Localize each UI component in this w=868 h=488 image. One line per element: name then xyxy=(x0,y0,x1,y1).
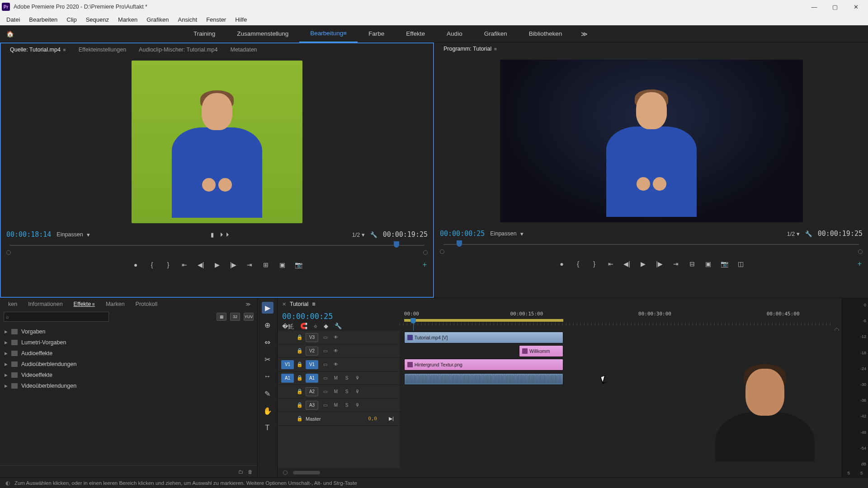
tool-7[interactable]: T xyxy=(262,422,274,434)
play-icon[interactable]: ▶ xyxy=(213,261,221,268)
export-frame-icon[interactable]: 📷 xyxy=(721,260,729,267)
workspace-farbe[interactable]: Farbe xyxy=(358,25,395,42)
tool-2[interactable]: ⇔ xyxy=(262,336,274,348)
clip[interactable]: Hintergrund Textur.png xyxy=(404,359,563,371)
workspace-grafiken[interactable]: Grafiken xyxy=(473,25,518,42)
clip[interactable]: Tutorial.mp4 [V] xyxy=(404,332,563,343)
workspace-audio[interactable]: Audio xyxy=(436,25,473,42)
track-header-V2[interactable]: 🔒V2▭👁 xyxy=(278,344,400,358)
menu-grafiken[interactable]: Grafiken xyxy=(142,15,173,24)
tl-toggle-3[interactable]: ◆ xyxy=(324,323,328,331)
source-settings-icon[interactable]: 🔧 xyxy=(370,231,377,238)
source-overlay-icon[interactable]: ⏵⏵ xyxy=(219,231,231,238)
menu-fenster[interactable]: Fenster xyxy=(202,15,231,24)
mark-in-icon[interactable]: { xyxy=(574,260,582,267)
tool-5[interactable]: ✎ xyxy=(262,388,274,399)
source-marker-icon[interactable]: ▮ xyxy=(211,231,214,238)
add-marker-icon[interactable]: ● xyxy=(558,260,566,267)
program-settings-icon[interactable]: 🔧 xyxy=(805,230,812,237)
menu-datei[interactable]: Datei xyxy=(2,15,24,24)
home-icon[interactable]: 🏠 xyxy=(0,25,20,42)
step-fwd-icon[interactable]: |▶ xyxy=(656,260,664,267)
track-header-A1[interactable]: A1🔒A1▭MS🎙 xyxy=(278,371,400,385)
mark-out-icon[interactable]: } xyxy=(590,260,599,267)
minimize-button[interactable]: — xyxy=(804,0,825,14)
tl-toggle-4[interactable]: 🔧 xyxy=(335,323,342,331)
tl-toggle-0[interactable]: �魠 xyxy=(282,323,294,331)
close-button[interactable]: ✕ xyxy=(845,0,866,14)
workspace-zusammenstellung[interactable]: Zusammenstellung xyxy=(226,25,299,42)
track-header-V1[interactable]: V1🔒V1▭👁 xyxy=(278,358,400,371)
menu-marken[interactable]: Marken xyxy=(113,15,142,24)
button-editor-icon[interactable]: + xyxy=(858,260,862,268)
tl-toggle-1[interactable]: 🧲 xyxy=(300,323,307,331)
menu-bearbeiten[interactable]: Bearbeiten xyxy=(24,15,62,24)
fx-folder-audioüberblendungen[interactable]: ▶Audioüberblendungen xyxy=(5,359,253,370)
track-header-A2[interactable]: 🔒A2▭MS🎙 xyxy=(278,385,400,399)
add-marker-icon[interactable]: ● xyxy=(132,261,140,268)
go-in-icon[interactable]: ⇤ xyxy=(607,260,615,267)
fx-folder-lumetri-vorgaben[interactable]: ▶Lumetri-Vorgaben xyxy=(5,337,253,348)
program-tab[interactable]: Programm: Tutorial≡ xyxy=(437,42,503,55)
button-editor-icon[interactable]: + xyxy=(423,261,427,269)
timeline-ruler[interactable]: 00:0000:00:15:0000:00:30:0000:00:45:00 xyxy=(400,310,842,331)
clip[interactable] xyxy=(404,373,563,385)
workspace-bearbeitung[interactable]: Bearbeitung ≡ xyxy=(299,25,358,42)
go-out-icon[interactable]: ⇥ xyxy=(672,260,680,267)
tl-zoom-left[interactable] xyxy=(283,470,288,475)
go-out-icon[interactable]: ⇥ xyxy=(245,261,254,268)
menu-hilfe[interactable]: Hilfe xyxy=(231,15,251,24)
close-seq-icon[interactable]: ✕ xyxy=(282,301,286,307)
insert-icon[interactable]: ⊞ xyxy=(262,261,270,268)
tool-6[interactable]: ✋ xyxy=(262,405,274,417)
program-video-area[interactable] xyxy=(434,55,868,227)
menu-clip[interactable]: Clip xyxy=(62,15,81,24)
tool-4[interactable]: ↔ xyxy=(262,371,274,382)
program-quality[interactable]: 1/2 ▾ xyxy=(787,230,800,237)
menu-sequenz[interactable]: Sequenz xyxy=(81,15,113,24)
menu-ansicht[interactable]: Ansicht xyxy=(173,15,202,24)
overwrite-icon[interactable]: ▣ xyxy=(278,261,286,268)
fx-folder-audioeffekte[interactable]: ▶Audioeffekte xyxy=(5,348,253,359)
fx-folder-vorgaben[interactable]: ▶Vorgaben xyxy=(5,326,253,337)
play-icon[interactable]: ▶ xyxy=(639,260,647,267)
program-zoom-right[interactable] xyxy=(858,249,863,254)
source-quality[interactable]: 1/2 ▾ xyxy=(352,231,365,238)
fx-badge-1[interactable]: ▦ xyxy=(217,313,226,321)
program-timecode[interactable]: 00:00:00:25 xyxy=(440,230,485,238)
program-scrubber[interactable] xyxy=(440,240,863,249)
fx-overflow-icon[interactable]: ≫ xyxy=(242,301,255,307)
sequence-tab[interactable]: Tutorial xyxy=(290,301,308,307)
source-fit[interactable]: Einpassen ▾ xyxy=(57,231,90,238)
step-back-icon[interactable]: ◀| xyxy=(623,260,631,267)
fx-folder-videoeffekte[interactable]: ▶Videoeffekte xyxy=(5,370,253,380)
workspace-training[interactable]: Training xyxy=(183,25,226,42)
mark-out-icon[interactable]: } xyxy=(164,261,172,268)
panel-menu-icon[interactable]: ≡ xyxy=(494,47,497,52)
fx-badge-3[interactable]: YUV xyxy=(244,313,254,321)
step-fwd-icon[interactable]: |▶ xyxy=(229,261,237,268)
fx-tab-2[interactable]: Effekte ≡ xyxy=(68,301,100,307)
source-tab-1[interactable]: Effekteinstellungen xyxy=(72,43,132,56)
program-fit[interactable]: Einpassen ▾ xyxy=(490,230,523,237)
tool-0[interactable]: ▶ xyxy=(262,302,274,314)
maximize-button[interactable]: ▢ xyxy=(825,0,845,14)
comparison-icon[interactable]: ◫ xyxy=(737,260,745,267)
workspace-overflow-icon[interactable]: ≫ xyxy=(573,30,596,38)
workspace-effekte[interactable]: Effekte xyxy=(395,25,436,42)
source-zoom-right[interactable] xyxy=(423,250,428,255)
step-back-icon[interactable]: ◀| xyxy=(197,261,205,268)
workspace-bibliotheken[interactable]: Bibliotheken xyxy=(518,25,573,42)
track-header-V3[interactable]: 🔒V3▭👁 xyxy=(278,331,400,344)
lift-icon[interactable]: ⊟ xyxy=(688,260,696,267)
track-header-A3[interactable]: 🔒A3▭MS🎙 xyxy=(278,399,400,412)
track-master[interactable]: 🔒Master0,0▶| xyxy=(278,412,400,426)
tl-scrollbar[interactable] xyxy=(293,471,320,474)
fx-tab-4[interactable]: Protokoll xyxy=(130,301,163,307)
program-zoom-left[interactable] xyxy=(440,249,444,254)
fx-tab-1[interactable]: Informationen xyxy=(23,301,68,307)
source-scrubber[interactable] xyxy=(6,241,428,249)
new-bin-icon[interactable]: 🗀 xyxy=(238,469,243,474)
panel-menu-icon[interactable]: ≡ xyxy=(312,301,315,307)
tl-toggle-2[interactable]: ⟐ xyxy=(314,323,317,331)
